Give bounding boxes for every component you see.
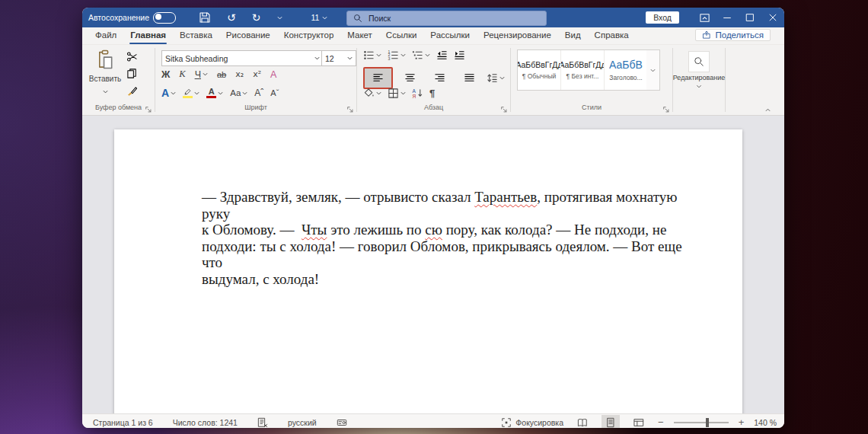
align-right-button[interactable] <box>427 69 452 88</box>
tab-design[interactable]: Конструктор <box>277 27 341 44</box>
text-effects-button[interactable]: А <box>161 87 176 99</box>
save-icon[interactable] <box>199 11 211 24</box>
web-layout-button[interactable] <box>630 415 648 428</box>
copy-icon[interactable] <box>126 68 138 79</box>
tab-file[interactable]: Файл <box>88 27 123 44</box>
redo-icon[interactable]: ↻ <box>252 11 261 24</box>
search-icon <box>694 56 704 67</box>
tab-view[interactable]: Вид <box>558 27 588 44</box>
zoom-slider[interactable] <box>674 422 729 423</box>
editing-find-button[interactable] <box>688 51 710 72</box>
style-heading1[interactable]: АаБбВ Заголово... <box>605 50 647 90</box>
close-icon <box>767 12 778 23</box>
clipboard-dialog-launcher-icon[interactable] <box>145 106 152 113</box>
bold-button[interactable]: Ж <box>161 69 170 80</box>
align-left-icon <box>372 72 384 84</box>
align-left-button[interactable] <box>363 67 393 89</box>
tab-references[interactable]: Ссылки <box>379 27 424 44</box>
input-settings-icon[interactable] <box>337 417 347 428</box>
misspelled-word: сю <box>425 222 442 238</box>
tab-help[interactable]: Справка <box>588 27 636 44</box>
tab-home[interactable]: Главная <box>123 27 173 44</box>
language-indicator[interactable]: русский <box>288 418 317 427</box>
tab-review[interactable]: Рецензирование <box>477 27 558 44</box>
show-paragraph-marks-button[interactable]: ¶ <box>429 88 435 99</box>
quick-access-customize-icon[interactable] <box>277 16 282 20</box>
style-no-spacing[interactable]: АаБбВвГгДд ¶ Без инт... <box>561 50 605 90</box>
autosave-toggle[interactable] <box>153 12 176 24</box>
increase-indent-icon[interactable] <box>454 49 465 61</box>
qat-font-size-control[interactable]: 11 <box>311 13 328 22</box>
font-color-button[interactable]: А <box>206 88 223 98</box>
chevron-down-icon <box>242 91 247 95</box>
tab-insert[interactable]: Вставка <box>173 27 219 44</box>
share-button[interactable]: Поделиться <box>695 29 771 41</box>
superscript-button[interactable]: x² <box>253 69 261 79</box>
tab-mailings[interactable]: Рассылки <box>423 27 477 44</box>
italic-button[interactable]: К <box>179 69 185 80</box>
justify-button[interactable] <box>457 69 482 88</box>
document-text[interactable]: — Здравствуй, земляк, — отрывисто сказал… <box>202 189 704 287</box>
shrink-font-button[interactable]: Аˇ <box>270 88 279 97</box>
print-layout-button[interactable] <box>602 415 620 428</box>
style-name: ¶ Обычный <box>522 72 557 80</box>
clipboard-paste-icon <box>96 49 114 69</box>
change-case-button[interactable]: Аа <box>230 88 247 97</box>
strikethrough-button[interactable]: ab <box>217 70 226 79</box>
chevron-down-icon[interactable] <box>697 85 702 88</box>
chevron-down-icon <box>171 91 176 95</box>
word-app-window: Автосохранение ↺ ↻ 11 Поиск Вход <box>82 8 784 428</box>
line-spacing-button[interactable] <box>487 72 505 84</box>
text-highlight-button[interactable] <box>183 88 199 98</box>
cut-icon[interactable] <box>126 51 138 62</box>
proofing-errors-icon[interactable] <box>257 417 268 428</box>
undo-icon[interactable]: ↺ <box>227 11 236 24</box>
subscript-button[interactable]: x₂ <box>235 69 244 79</box>
qat-font-size-value: 11 <box>311 13 320 22</box>
zoom-level[interactable]: 140 % <box>754 418 777 427</box>
decrease-indent-icon[interactable] <box>436 49 448 61</box>
styles-gallery-more-button[interactable] <box>646 49 660 91</box>
align-center-button[interactable] <box>397 69 423 88</box>
font-dialog-launcher-icon[interactable] <box>346 106 354 113</box>
zoom-out-button[interactable]: − <box>658 416 664 428</box>
borders-button[interactable] <box>388 88 406 99</box>
zoom-in-button[interactable]: + <box>739 416 745 428</box>
numbering-button[interactable]: 123 <box>388 49 406 61</box>
chevron-down-icon <box>347 56 353 60</box>
close-button[interactable] <box>761 8 784 27</box>
page-indicator[interactable]: Страница 1 из 6 <box>93 418 153 427</box>
word-count[interactable]: Число слов: 1241 <box>173 418 238 427</box>
share-label: Поделиться <box>715 30 764 40</box>
maximize-button[interactable] <box>739 8 761 27</box>
style-normal[interactable]: АаБбВвГгДд ¶ Обычный <box>518 50 561 90</box>
font-size-combobox[interactable]: 12 <box>321 50 356 66</box>
tab-layout[interactable]: Макет <box>340 27 379 44</box>
zoom-slider-thumb[interactable] <box>706 418 709 427</box>
styles-dialog-launcher-icon[interactable] <box>662 106 670 113</box>
paste-button[interactable]: Вставить <box>88 49 122 97</box>
minimize-button[interactable] <box>716 8 739 27</box>
multilevel-list-button[interactable] <box>412 49 430 61</box>
chevron-down-icon <box>314 56 320 60</box>
document-page[interactable]: — Здравствуй, земляк, — отрывисто сказал… <box>114 129 742 413</box>
tab-draw[interactable]: Рисование <box>219 27 277 44</box>
ribbon-display-options-button[interactable] <box>693 8 716 27</box>
search-box[interactable]: Поиск <box>346 11 547 26</box>
sign-in-button[interactable]: Вход <box>646 11 679 24</box>
font-name-combobox[interactable]: Sitka Subheading <box>161 50 324 66</box>
format-painter-icon[interactable] <box>126 85 138 96</box>
shading-button[interactable] <box>363 88 381 99</box>
font-group-label: Шрифт <box>155 104 356 111</box>
document-area[interactable]: — Здравствуй, земляк, — отрывисто сказал… <box>82 116 784 413</box>
read-mode-button[interactable] <box>573 415 592 428</box>
sort-button[interactable]: А Я <box>412 88 423 99</box>
bullets-button[interactable] <box>363 49 381 61</box>
collapse-ribbon-icon[interactable] <box>765 108 771 112</box>
clear-formatting-button[interactable]: А <box>270 69 276 80</box>
grow-font-button[interactable]: Аˆ <box>254 88 263 98</box>
document-line: подходи: ты с холода! — говорил Обломов,… <box>202 238 704 271</box>
underline-button[interactable]: Ч <box>195 69 208 80</box>
focus-mode-button[interactable]: Фокусировка <box>501 417 563 428</box>
paragraph-dialog-launcher-icon[interactable] <box>500 106 508 113</box>
